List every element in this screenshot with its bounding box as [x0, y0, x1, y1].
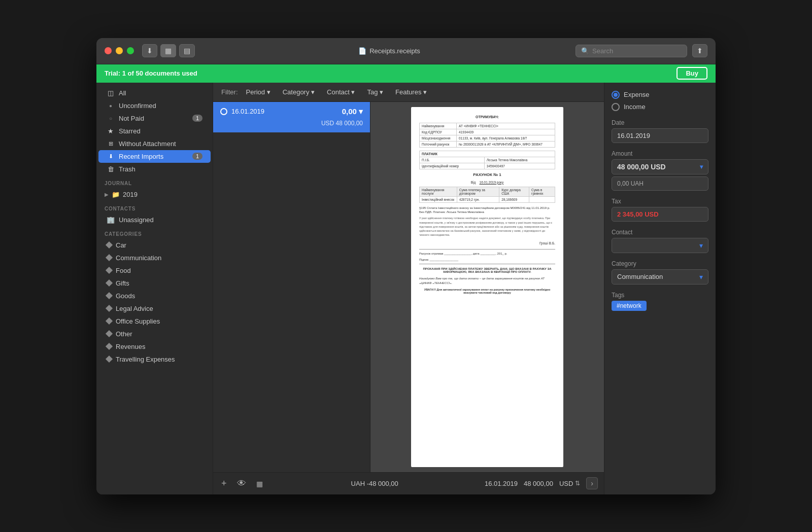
add-button[interactable]: +	[219, 477, 229, 490]
amount-field-group: Amount 48 000,00 USD ▾ 0,00 UAH	[612, 150, 708, 191]
recent-imports-icon: ⬇	[107, 153, 115, 160]
date-value[interactable]: 16.01.2019	[612, 128, 708, 143]
sidebar-item-revenues[interactable]: Revenues	[98, 340, 211, 353]
list-doc-area: 16.01.2019 0,00 ▾ USD 48 000,00 ОТРИМУВА…	[213, 102, 604, 472]
bottom-amount2: 48 000,00	[524, 480, 553, 487]
doc-line2	[419, 264, 555, 264]
starred-icon: ★	[107, 127, 115, 135]
app-window: ⬇ ▦ ▤ 📄 Receipts.receipts 🔍 ⬆ Trial: 1 o…	[96, 38, 716, 494]
grid-view-button[interactable]: ▤	[179, 44, 195, 57]
tax-value[interactable]: 2 345,00 USD	[612, 207, 708, 222]
eye-button[interactable]: 👁	[235, 477, 248, 490]
goods-category-icon	[106, 292, 113, 299]
close-button[interactable]	[105, 47, 112, 54]
sidebar-item-unconfirmed[interactable]: ● Unconfirmed	[98, 99, 211, 112]
expense-income-group: Expense Income	[612, 91, 708, 111]
doc-header-text: ОТРИМУВАЧ:	[476, 115, 499, 119]
transaction-list: 16.01.2019 0,00 ▾ USD 48 000,00	[213, 102, 370, 472]
titlebar-right: ⬆	[692, 44, 707, 57]
sidebar-label-unconfirmed: Unconfirmed	[119, 102, 156, 110]
income-radio-row[interactable]: Income	[612, 103, 708, 111]
sidebar-item-all[interactable]: ◫ All	[98, 87, 211, 99]
sidebar-label-unassigned: Unassigned	[119, 216, 154, 224]
contact-dropdown[interactable]: ▾	[612, 238, 708, 253]
journal-item-2019[interactable]: ▶ 📁 2019	[96, 188, 213, 201]
tax-field-group: Tax 2 345,00 USD	[612, 198, 708, 222]
doc-payer-table: ПЛАТНИК П.І.Б.Лєська Тетяна Миколаївна І…	[419, 151, 555, 169]
travelling-category-icon	[106, 356, 113, 363]
sidebar-item-car[interactable]: Car	[98, 239, 211, 252]
tag-chip[interactable]: #network	[612, 301, 647, 311]
contact-label: Contact	[612, 229, 708, 236]
category-label-other: Other	[116, 330, 132, 338]
sidebar-item-unassigned[interactable]: 🏢 Unassigned	[98, 214, 211, 226]
expense-radio-row[interactable]: Expense	[612, 91, 708, 99]
doc-icon: 📄	[358, 47, 366, 55]
next-button[interactable]: ›	[586, 477, 598, 489]
period-filter-button[interactable]: Period ▾	[242, 87, 275, 97]
doc-warning1: ПРОХАННЯ ПРИ ЗДІЙСНЕННІ ПЛАТЕЖУ ЗВЕРНІТЬ…	[419, 267, 555, 273]
sidebar-item-gifts[interactable]: Gifts	[98, 277, 211, 290]
sidebar-item-recent-imports[interactable]: ⬇ Recent Imports 1	[98, 150, 211, 163]
sidebar-item-other[interactable]: Other	[98, 328, 211, 340]
doc-recipient-table: НайменуванняАТ «ИНВКФ «ТЕННЕССІ» Код ЄДР…	[419, 123, 555, 148]
contact-dropdown-arrow: ▾	[699, 241, 703, 250]
share-button[interactable]: ⬆	[692, 44, 707, 57]
tags-label: Tags	[612, 292, 708, 299]
sidebar-item-communication[interactable]: Communication	[98, 252, 211, 264]
trash-icon: 🗑	[107, 165, 115, 173]
transaction-row1: 16.01.2019 0,00 ▾	[220, 107, 363, 116]
doc-sign: Гроші В.Б.	[419, 241, 555, 245]
doc-invoice-table: Найменування послуги Сума платежу за дог…	[419, 187, 555, 203]
sidebar-item-trash[interactable]: 🗑 Trash	[98, 163, 211, 175]
list-view-button[interactable]: ▦	[160, 44, 176, 57]
expense-radio[interactable]	[612, 91, 620, 99]
tags-field-group: Tags #network	[612, 292, 708, 311]
sidebar-label-notpaid: Not Paid	[119, 115, 144, 122]
search-input[interactable]	[592, 47, 682, 55]
unassigned-icon: 🏢	[107, 216, 115, 224]
maximize-button[interactable]	[127, 47, 134, 54]
other-category-icon	[106, 330, 113, 337]
category-dropdown[interactable]: Communication ▾	[612, 269, 708, 285]
sidebar-item-goods[interactable]: Goods	[98, 290, 211, 302]
office-supplies-category-icon	[106, 317, 113, 325]
sidebar-item-starred[interactable]: ★ Starred	[98, 125, 211, 137]
amount-uah-value: 0,00 UAH	[612, 176, 708, 191]
gifts-category-icon	[106, 279, 113, 287]
tags-container: #network	[612, 301, 708, 311]
income-radio[interactable]	[612, 103, 620, 111]
category-value: Communication	[617, 273, 663, 280]
filter-label: Filter:	[221, 88, 238, 96]
tag-filter-button[interactable]: Tag ▾	[363, 87, 388, 97]
all-icon: ◫	[107, 89, 115, 97]
contact-filter-button[interactable]: Contact ▾	[323, 87, 359, 97]
trial-text: Trial: 1 of 50 documents used	[105, 69, 197, 77]
search-bar[interactable]: 🔍	[576, 45, 687, 57]
transaction-sub-amount: USD 48 000,00	[321, 120, 363, 127]
sidebar-item-food[interactable]: Food	[98, 264, 211, 277]
chart-button[interactable]: ▦	[254, 477, 265, 490]
sidebar-item-office-supplies[interactable]: Office Supplies	[98, 315, 211, 328]
minimize-button[interactable]	[116, 47, 123, 54]
transaction-item[interactable]: 16.01.2019 0,00 ▾ USD 48 000,00	[213, 102, 370, 133]
revenues-category-icon	[106, 343, 113, 350]
category-filter-button[interactable]: Category ▾	[279, 87, 319, 97]
right-panel: Expense Income Date 16.01.2019 Amount 48…	[604, 83, 716, 494]
category-label-gifts: Gifts	[116, 279, 129, 287]
sidebar-item-legal-advice[interactable]: Legal Advice	[98, 302, 211, 315]
features-filter-button[interactable]: Features ▾	[391, 87, 431, 97]
amount-usd-value[interactable]: 48 000,00 USD ▾	[612, 159, 708, 174]
transaction-date: 16.01.2019	[231, 108, 264, 115]
recent-imports-badge: 1	[192, 153, 202, 160]
sidebar-item-travelling[interactable]: Travelling Expenses	[98, 353, 211, 366]
sidebar-item-without-attachment[interactable]: ⊞ Without Attachment	[98, 137, 211, 150]
sidebar-item-notpaid[interactable]: ○ Not Paid 1	[98, 112, 211, 125]
document-page: ОТРИМУВАЧ: НайменуванняАТ «ИНВКФ «ТЕННЕС…	[411, 107, 563, 467]
import-button[interactable]: ⬇	[142, 44, 157, 57]
notpaid-icon: ○	[107, 116, 115, 121]
contact-field-group: Contact ▾	[612, 229, 708, 253]
doc-notes: §195 Сплата Інвестиційного внеску за Інв…	[419, 206, 555, 215]
triangle-icon: ▶	[105, 192, 109, 197]
buy-button[interactable]: Buy	[676, 67, 707, 80]
